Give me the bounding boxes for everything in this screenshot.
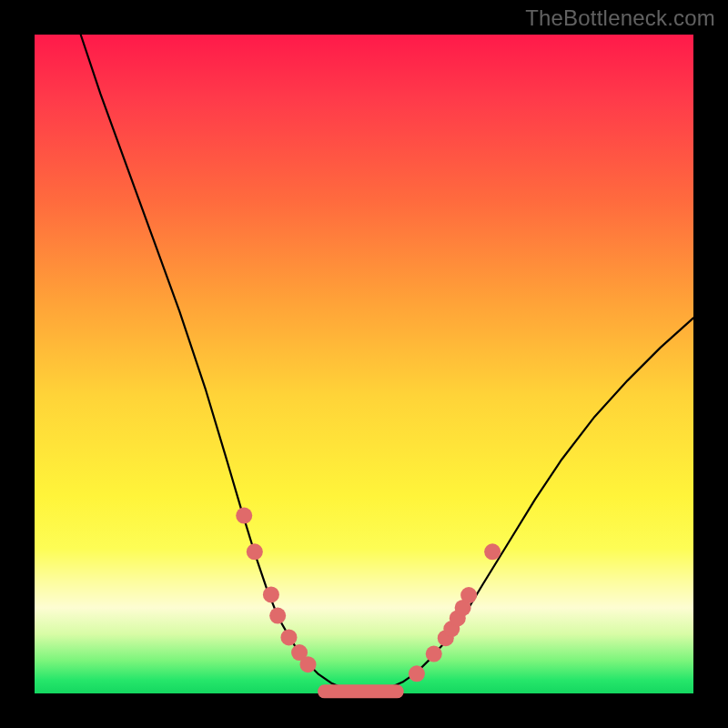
chart-svg — [35, 35, 693, 693]
series-group — [81, 35, 693, 693]
marker-left-dots-0 — [236, 508, 252, 524]
series-left-curve — [81, 35, 364, 693]
marker-left-dots-2 — [263, 586, 279, 602]
watermark-label: TheBottleneck.com — [525, 5, 715, 31]
marker-right-dots-0 — [409, 665, 425, 682]
marker-right-dots-1 — [426, 646, 442, 662]
marker-left-dots-4 — [280, 629, 297, 645]
marker-left-dots-1 — [247, 543, 263, 560]
marker-left-dots-6 — [299, 656, 316, 672]
markers-group — [236, 508, 500, 682]
plot-area — [35, 35, 693, 693]
marker-right-dots-6 — [460, 587, 477, 603]
marker-right-dots-7 — [484, 543, 500, 560]
marker-left-dots-3 — [269, 608, 286, 624]
series-right-curve — [364, 318, 693, 693]
chart-frame: TheBottleneck.com — [0, 0, 728, 728]
